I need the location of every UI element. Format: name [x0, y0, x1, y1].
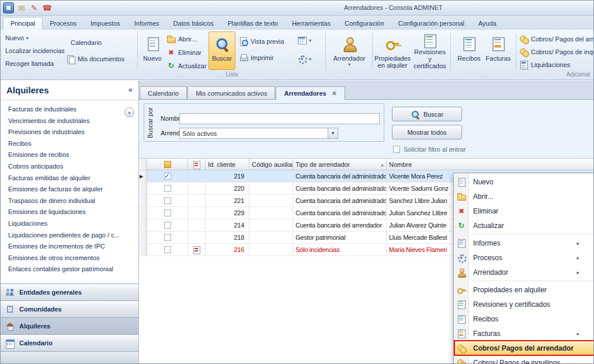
nuevo-button[interactable]: Nuevo — [141, 32, 164, 70]
solicitar-filtro-checkbox[interactable] — [393, 146, 400, 153]
context-menu-item-arrendador[interactable]: Arrendador▸ — [454, 265, 594, 279]
context-menu-item-cobros-pagos-de-inquilinos[interactable]: Cobros/ Pagos de inquilinos — [454, 355, 594, 364]
sidebar-item-facturas-emitidas-de-alquiler[interactable]: Facturas emitidas de alquiler — [1, 173, 138, 184]
recoger-llamada-button[interactable]: Recoger llamada — [5, 60, 54, 67]
row-checkbox[interactable] — [164, 234, 171, 241]
ribbon-tab-plantillas-de-texto[interactable]: Plantillas de texto — [221, 18, 285, 30]
header-tipo-arrendador[interactable]: Tipo de arrendador ▲ — [293, 159, 387, 170]
context-menu-item-procesos[interactable]: Procesos▸ — [454, 250, 594, 265]
sidebar-section-comunidades[interactable]: Comunidades — [1, 300, 138, 317]
sidebar-section-entidades-generales[interactable]: Entidades generales — [1, 284, 138, 300]
cell-id-cliente: 229 — [206, 207, 249, 219]
context-menu-item-actualizar[interactable]: Actualizar — [454, 218, 594, 233]
buscar-panel-button[interactable]: Buscar — [392, 107, 462, 121]
liquidaciones-button[interactable]: Liquidaciones — [519, 60, 570, 69]
ribbon-tab-impuestos[interactable]: Impuestos — [84, 18, 127, 30]
localizar-incidencias-button[interactable]: Localizar incidencias — [5, 47, 65, 54]
row-checkbox[interactable] — [164, 197, 171, 204]
ribbon-tab-ayuda[interactable]: Ayuda — [471, 18, 503, 30]
header-nombre[interactable]: Nombre — [387, 159, 593, 170]
collapse-sidebar-icon[interactable]: « — [128, 85, 133, 94]
arrendadores-select[interactable]: Sólo activos ▼ — [179, 128, 338, 139]
ribbon-tab-herramientas[interactable]: Herramientas — [285, 18, 338, 30]
mail-icon[interactable] — [16, 2, 27, 13]
sidebar-item-recibos[interactable]: Recibos — [1, 138, 138, 150]
row-checkbox[interactable] — [164, 185, 171, 192]
propiedades-en-alquiler-button[interactable]: Propiedades en alquiler — [374, 32, 411, 70]
vista-lista-dropdown[interactable]: ▾ — [297, 36, 311, 45]
close-tab-icon[interactable]: ✕ — [332, 90, 337, 97]
sidebar-item-emisiones-de-facturas-de-alquiler[interactable]: Emisiones de facturas de alquiler — [1, 184, 138, 195]
context-menu-item-abrir[interactable]: Abrir... — [454, 189, 594, 204]
header-select-column[interactable] — [147, 159, 188, 170]
cobros-arrendador-label: Cobros/ Pagos del arrendador — [531, 36, 594, 43]
mis-documentos-button[interactable]: Mis documentos — [66, 54, 124, 64]
sidebar-item-vencimientos-de-industriales[interactable]: Vencimientos de industriales — [1, 116, 138, 127]
sidebar-item-emisiones-de-recibos[interactable]: Emisiones de recibos — [1, 149, 138, 161]
cobros-pagos-arrendador-button[interactable]: Cobros/ Pagos del arrendador — [519, 34, 594, 44]
sidebar-section-alquileres[interactable]: Alquileres — [1, 317, 138, 334]
sidebar-item-emisiones-de-otros-incrementos[interactable]: Emisiones de otros incrementos — [1, 253, 138, 264]
row-indicator — [139, 232, 147, 243]
actualizar-button[interactable]: Actualizar — [166, 61, 206, 71]
magnifier-icon — [214, 36, 230, 51]
recibos-button[interactable]: Recibos — [456, 32, 482, 70]
revisiones-y-certificados-button[interactable]: Revisiones y certificados — [412, 32, 448, 70]
opciones-dropdown[interactable]: ▾ — [297, 54, 311, 64]
select-all-checkbox[interactable] — [164, 161, 171, 168]
folder-icon — [457, 192, 466, 201]
note-icon[interactable] — [29, 2, 40, 13]
cell-tipo-arrendador: Cuenta bancaria del administrador — [293, 195, 387, 206]
row-checkbox[interactable] — [164, 222, 171, 229]
context-menu-item-nuevo[interactable]: Nuevo — [454, 174, 594, 189]
header-id-cliente[interactable]: Id. cliente — [206, 159, 249, 170]
mostrar-todos-button[interactable]: Mostrar todos — [392, 125, 462, 139]
document-tab-mis-comunicados-activos[interactable]: Mis comunicados activos — [187, 86, 275, 99]
sidebar-item-traspasos-de-dinero-individual[interactable]: Traspasos de dinero individual — [1, 195, 138, 207]
cobros-pagos-inquilinos-button[interactable]: Cobros/ Pagos de inquilinos — [519, 47, 594, 57]
context-menu-item-facturas[interactable]: Facturas▸ — [454, 326, 594, 341]
context-menu-item-recibos[interactable]: Recibos — [454, 312, 594, 326]
app-icon[interactable] — [3, 2, 14, 13]
context-menu-item-cobros-pagos-del-arrendador[interactable]: Cobros/ Pagos del arrendador — [454, 341, 594, 355]
facturas-button[interactable]: Facturas — [485, 32, 511, 70]
sidebar-item-liquidaciones-pendientes-de-pago-c[interactable]: Liquidaciones pendientes de pago / c... — [1, 230, 138, 242]
sidebar-item-liquidaciones[interactable]: Liquidaciones — [1, 218, 138, 230]
sidebar-item-enlaces-contables-gestor-patrimonial[interactable]: Enlaces contables gestor patrimonial — [1, 264, 138, 275]
nombre-input[interactable] — [179, 113, 380, 124]
vista-previa-button[interactable]: Vista previa — [239, 37, 284, 46]
sidebar-section-calendario[interactable]: Calendario — [1, 334, 138, 351]
context-menu-item-propiedades-en-alquiler[interactable]: Propiedades en alquiler — [454, 282, 594, 297]
header-incidenc-column[interactable] — [188, 159, 206, 170]
context-menu-item-revisiones-y-certificados[interactable]: Revisiones y certificados — [454, 297, 594, 312]
sidebar-item-emisiones-de-liquidaciones[interactable]: Emisiones de liquidaciones — [1, 206, 138, 218]
ribbon-tab-datos-basicos[interactable]: Datos básicos — [166, 18, 221, 30]
sidebar-item-emisiones-de-incrementos-de-ipc[interactable]: Emisiones de incrementos de IPC — [1, 241, 138, 253]
imprimir-button[interactable]: Imprimir — [239, 53, 274, 62]
row-checkbox[interactable] — [164, 209, 171, 216]
context-menu-item-informes[interactable]: Informes▸ — [454, 236, 594, 250]
ribbon-tab-principal[interactable]: Principal — [3, 17, 43, 30]
ribbon-tab-procesos[interactable]: Procesos — [43, 18, 84, 30]
scroll-up-icon[interactable]: ▲ — [124, 107, 134, 117]
sidebar-item-cobros-anticipados[interactable]: Cobros anticipados — [1, 161, 138, 173]
calendario-button[interactable]: Calendario — [71, 39, 102, 46]
document-tab-calendario[interactable]: Calendario — [140, 86, 187, 99]
sidebar-item-previsiones-de-industriales[interactable]: Previsiones de industriales — [1, 127, 138, 138]
context-menu-item-eliminar[interactable]: Eliminar — [454, 204, 594, 218]
abrir-button[interactable]: Abrir... — [166, 34, 197, 44]
call-icon[interactable] — [41, 2, 53, 13]
nuevo-menu-button[interactable]: Nuevo ▾ — [5, 34, 29, 41]
row-checkbox[interactable] — [164, 173, 171, 180]
buscar-button[interactable]: Buscar — [209, 32, 235, 70]
header-codigo-auxiliar[interactable]: Código auxiliar — [249, 159, 293, 170]
row-checkbox[interactable] — [164, 246, 171, 253]
document-tab-arrendadores[interactable]: Arrendadores✕ — [276, 86, 345, 100]
ribbon-tab-configuracion[interactable]: Configuración — [338, 18, 391, 30]
ribbon-tab-strip: PrincipalProcesosImpuestosInformesDatos … — [1, 16, 593, 30]
ribbon-tab-configuracion-personal[interactable]: Configuración personal — [391, 18, 471, 30]
arrendador-button[interactable]: Arrendador ▾ — [330, 32, 369, 70]
sidebar-item-facturas-de-industriales[interactable]: Facturas de industriales — [1, 104, 138, 116]
ribbon-tab-informes[interactable]: Informes — [127, 18, 166, 30]
eliminar-button[interactable]: Eliminar — [166, 48, 202, 57]
